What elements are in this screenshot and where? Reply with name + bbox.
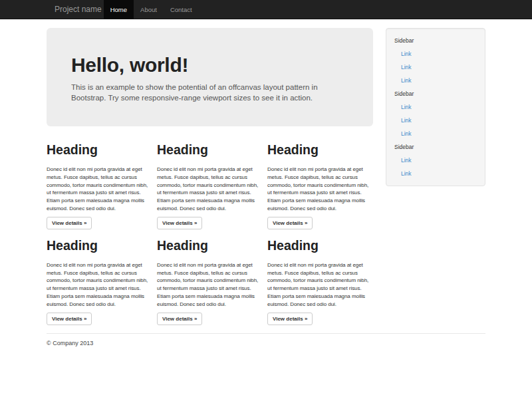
sidebar-link[interactable]: Link [386,100,485,114]
nav-item-contact: Contact [164,0,199,19]
card-3: Heading Donec id elit non mi porta gravi… [267,143,372,229]
view-details-button[interactable]: View details » [267,313,313,325]
card-heading: Heading [47,239,152,253]
sidebar-link[interactable]: Link [386,47,485,61]
view-details-button[interactable]: View details » [267,217,313,229]
jumbotron-description: This is an example to show the potential… [71,82,348,103]
card-heading: Heading [267,239,372,253]
card-body: Donec id elit non mi porta gravida at eg… [157,261,262,309]
card-body: Donec id elit non mi porta gravida at eg… [267,261,372,309]
navbar-brand[interactable]: Project name [47,0,104,19]
content-column: Hello, world! This is an example to show… [47,28,373,325]
jumbotron: Hello, world! This is an example to show… [47,28,373,126]
navbar-menu: Home About Contact [104,0,199,19]
sidebar-link[interactable]: Link [386,154,485,167]
cards-grid: Heading Donec id elit non mi porta gravi… [47,143,373,325]
view-details-button[interactable]: View details » [157,313,202,325]
card-heading: Heading [267,143,372,157]
card-body: Donec id elit non mi porta gravida at eg… [47,166,152,213]
sidebar-heading-3: Sidebar [386,140,485,154]
card-4: Heading Donec id elit non mi porta gravi… [47,239,152,325]
page-footer: © Company 2013 [47,333,485,346]
sidebar-link[interactable]: Link [386,61,485,74]
card-5: Heading Donec id elit non mi porta gravi… [157,239,262,325]
view-details-button[interactable]: View details » [47,313,92,325]
sidebar-link[interactable]: Link [386,74,485,87]
sidebar-heading-2: Sidebar [386,87,485,100]
card-body: Donec id elit non mi porta gravida at eg… [157,166,262,213]
sidebar-link[interactable]: Link [386,167,485,180]
page: Project name Home About Contact Hello, w… [0,0,532,399]
card-heading: Heading [157,143,262,157]
nav-item-about: About [134,0,164,19]
main-row: Hello, world! This is an example to show… [47,19,485,325]
sidebar-link[interactable]: Link [386,127,485,140]
sidebar-well: Sidebar Link Link Link Sidebar Link Link… [386,28,485,186]
card-6: Heading Donec id elit non mi porta gravi… [267,239,372,325]
navbar-container: Project name Home About Contact [47,0,485,19]
nav-item-home: Home [104,0,134,19]
nav-link-home[interactable]: Home [104,0,134,19]
view-details-button[interactable]: View details » [157,217,202,229]
nav-link-about[interactable]: About [134,0,164,19]
card-body: Donec id elit non mi porta gravida at eg… [267,166,372,213]
nav-link-contact[interactable]: Contact [164,0,199,19]
sidebar: Sidebar Link Link Link Sidebar Link Link… [386,28,485,186]
card-2: Heading Donec id elit non mi porta gravi… [157,143,262,229]
card-heading: Heading [157,239,262,253]
top-navbar: Project name Home About Contact [0,0,532,19]
jumbotron-title: Hello, world! [71,54,348,76]
sidebar-heading-1: Sidebar [386,34,485,47]
view-details-button[interactable]: View details » [47,217,92,229]
card-body: Donec id elit non mi porta gravida at eg… [47,261,152,309]
card-1: Heading Donec id elit non mi porta gravi… [47,143,152,229]
card-heading: Heading [47,143,152,157]
main-container: Hello, world! This is an example to show… [47,19,485,346]
sidebar-link[interactable]: Link [386,114,485,127]
copyright-text: © Company 2013 [47,340,485,346]
